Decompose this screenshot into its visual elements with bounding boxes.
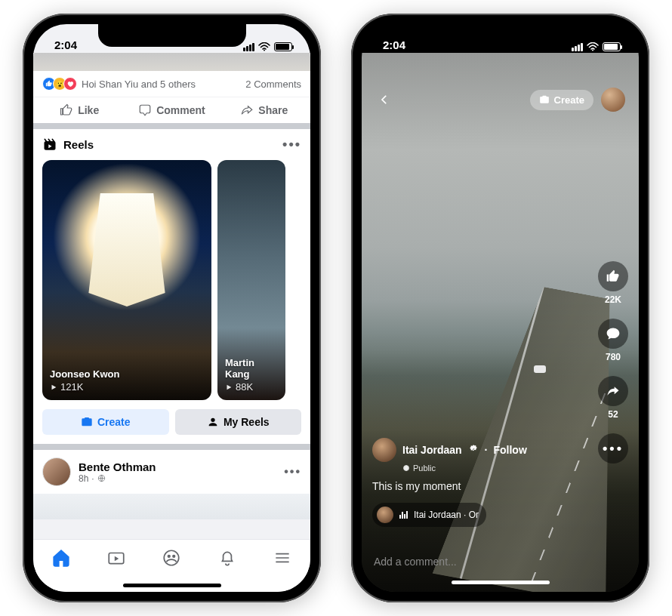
tab-home[interactable] [51,548,71,571]
screen-reel-viewer: 2:04 Create [362,24,639,592]
follow-button[interactable]: Follow [493,444,526,456]
audio-chip[interactable]: Itai Jordaan · Or [372,503,486,527]
reel-caption: This is my moment [372,480,571,492]
tab-menu[interactable] [273,548,292,571]
share-count: 52 [608,409,618,420]
audio-avatar [377,507,393,523]
reaction-summary[interactable]: 😮 Hoi Shan Yiu and 5 others 2 Comments [33,71,310,97]
comment-count: 780 [606,352,621,362]
camera-icon [539,94,550,105]
status-time: 2:04 [383,38,405,51]
create-reel-button[interactable]: Create [530,90,593,110]
groups-icon [162,548,181,568]
play-icon [225,383,233,391]
wifi-icon [587,42,599,51]
comment-rail-button[interactable]: 780 [598,319,628,362]
create-reel-button[interactable]: Create [42,409,169,435]
status-time: 2:04 [54,38,77,51]
wifi-icon [258,42,270,51]
like-button[interactable]: Like [33,97,125,123]
reel-item[interactable]: Joonseo Kwon 121K [42,160,211,400]
reaction-text: Hoi Shan Yiu and 5 others [82,79,196,90]
reaction-icons: 😮 [42,77,77,91]
camera-icon [81,416,93,428]
profile-avatar[interactable] [601,88,625,112]
play-icon [50,383,57,391]
comment-label: Comment [156,104,205,116]
share-button[interactable]: Share [218,97,310,123]
screen-feed: 2:04 😮 [33,24,310,592]
signal-icon [243,43,254,51]
chevron-left-icon [378,93,391,106]
comments-count[interactable]: 2 Comments [245,79,301,90]
notch [98,24,246,47]
car-graphic [534,365,546,373]
author-avatar[interactable] [372,438,396,462]
comment-input[interactable]: Add a comment... [362,548,639,575]
post-meta: 8h · [79,473,156,484]
prev-post-card: 😮 Hoi Shan Yiu and 5 others 2 Comments L… [33,53,310,123]
reel-video[interactable]: Create 22K 780 52 ••• [362,53,639,592]
audio-label: Itai Jordaan · Or [414,510,479,520]
tab-notifications[interactable] [217,548,237,571]
svg-point-4 [165,550,180,565]
signal-icon [572,43,583,51]
tab-bar [33,539,310,578]
svg-point-5 [168,554,171,557]
home-indicator[interactable] [362,575,639,589]
feed-content[interactable]: 😮 Hoi Shan Yiu and 5 others 2 Comments L… [33,53,310,539]
share-label: Share [258,104,288,116]
reels-card: Reels ••• Joonseo Kwon 121K [33,129,310,444]
like-label: Like [78,104,99,116]
love-reaction-icon [63,77,77,91]
reels-row[interactable]: Joonseo Kwon 121K Martin Kang [33,160,310,402]
reel-author: Martin Kang [225,357,278,380]
phone-left: 2:04 😮 [23,14,321,602]
globe-icon [402,464,410,472]
reel-views: 121K [50,381,204,393]
person-icon [207,416,219,428]
share-rail-button[interactable]: 52 [598,376,628,420]
reels-title: Reels [42,137,94,152]
reels-icon [42,137,57,152]
avatar[interactable] [42,457,71,486]
reel-views: 88K [225,381,278,393]
action-rail: 22K 780 52 ••• [598,261,628,464]
battery-icon [274,42,292,51]
reel-author[interactable]: Itai Jordaan [402,444,462,456]
reels-more-button[interactable]: ••• [282,137,301,152]
bell-icon [217,548,237,568]
comment-button[interactable]: Comment [125,97,217,123]
thumb-up-icon [606,269,621,284]
reel-item[interactable]: Martin Kang 88K [217,160,285,400]
post-author[interactable]: Bente Othman [79,460,156,473]
svg-point-6 [173,554,176,557]
feed-separator [33,123,310,129]
reel-author: Joonseo Kwon [50,368,204,380]
privacy-label: Public [413,464,436,473]
globe-icon [97,474,106,482]
more-rail-button[interactable]: ••• [598,433,628,464]
comment-icon [606,326,621,341]
back-button[interactable] [372,88,396,112]
share-icon [606,383,621,399]
svg-point-0 [264,50,265,51]
post-media[interactable] [33,494,310,519]
like-count: 22K [605,294,621,305]
post-more-button[interactable]: ••• [284,465,301,479]
feed-post[interactable]: Bente Othman 8h · ••• [33,450,310,519]
verified-icon [468,444,479,457]
tab-groups[interactable] [162,548,181,571]
phone-right: 2:04 Create [351,14,649,602]
tab-watch[interactable] [106,548,126,571]
notch [427,24,575,47]
svg-point-7 [592,50,593,51]
menu-icon [273,548,292,568]
prev-post-image[interactable] [33,53,310,71]
my-reels-button[interactable]: My Reels [175,409,302,435]
battery-icon [603,42,621,51]
home-indicator[interactable] [33,578,310,592]
watch-icon [106,548,126,568]
home-icon [51,548,71,568]
like-rail-button[interactable]: 22K [598,261,628,305]
